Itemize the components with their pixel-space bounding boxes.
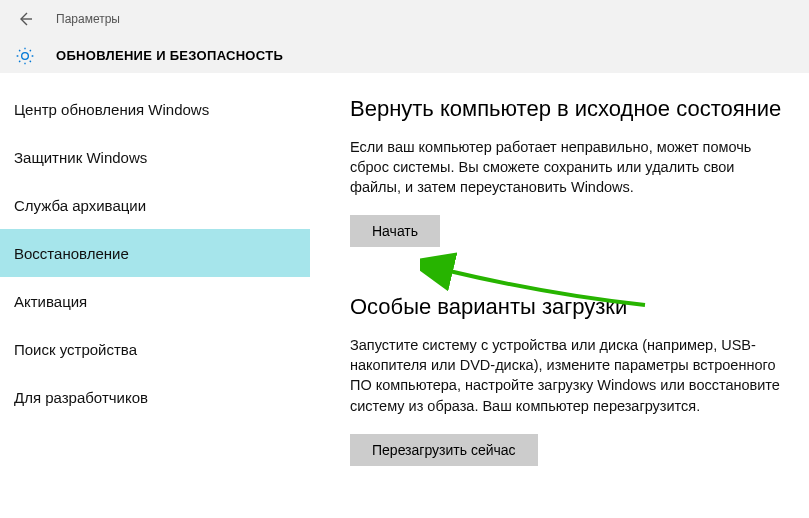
sidebar-item-defender[interactable]: Защитник Windows	[0, 133, 310, 181]
gear-icon	[14, 45, 36, 67]
titlebar: Параметры	[0, 0, 809, 38]
sidebar-item-developers[interactable]: Для разработчиков	[0, 373, 310, 421]
settings-header-title: ОБНОВЛЕНИЕ И БЕЗОПАСНОСТЬ	[56, 48, 283, 63]
sidebar-item-recovery[interactable]: Восстановление	[0, 229, 310, 277]
titlebar-label: Параметры	[56, 12, 120, 26]
settings-header: ОБНОВЛЕНИЕ И БЕЗОПАСНОСТЬ	[0, 38, 809, 73]
back-arrow-icon[interactable]	[14, 8, 36, 30]
sidebar-item-backup[interactable]: Служба архивации	[0, 181, 310, 229]
sidebar-item-label: Служба архивации	[14, 197, 146, 214]
section-reset-title: Вернуть компьютер в исходное состояние	[350, 95, 785, 123]
sidebar-item-label: Восстановление	[14, 245, 129, 262]
reset-start-button[interactable]: Начать	[350, 215, 440, 247]
section-advanced-startup: Особые варианты загрузки Запустите систе…	[350, 293, 785, 466]
sidebar-item-label: Центр обновления Windows	[14, 101, 209, 118]
section-reset: Вернуть компьютер в исходное состояние Е…	[350, 95, 785, 247]
sidebar-item-label: Для разработчиков	[14, 389, 148, 406]
section-advanced-title: Особые варианты загрузки	[350, 293, 785, 321]
restart-now-button[interactable]: Перезагрузить сейчас	[350, 434, 538, 466]
sidebar-item-windows-update[interactable]: Центр обновления Windows	[0, 85, 310, 133]
sidebar-item-label: Поиск устройства	[14, 341, 137, 358]
sidebar-item-find-device[interactable]: Поиск устройства	[0, 325, 310, 373]
section-advanced-text: Запустите систему с устройства или диска…	[350, 335, 785, 416]
sidebar-item-activation[interactable]: Активация	[0, 277, 310, 325]
sidebar-item-label: Активация	[14, 293, 87, 310]
section-reset-text: Если ваш компьютер работает неправильно,…	[350, 137, 785, 198]
sidebar-item-label: Защитник Windows	[14, 149, 147, 166]
main-content: Вернуть компьютер в исходное состояние Е…	[310, 73, 809, 518]
sidebar: Центр обновления Windows Защитник Window…	[0, 73, 310, 518]
